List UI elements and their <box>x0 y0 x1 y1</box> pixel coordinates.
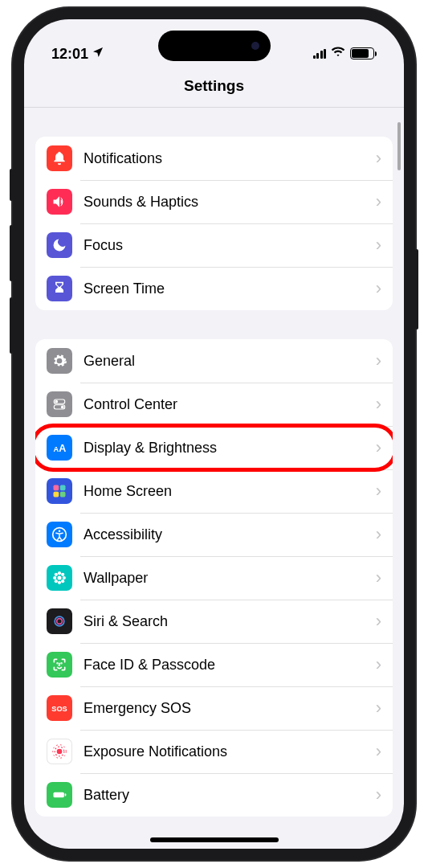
chevron-right-icon: › <box>376 654 381 675</box>
iphone-frame: 12:01 80 Settings Notifications›Sou <box>13 8 415 860</box>
accessibility-icon <box>47 522 72 547</box>
row-label: Home Screen <box>84 483 376 500</box>
side-button <box>10 169 13 201</box>
nav-header: Settings <box>24 64 404 108</box>
svg-rect-30 <box>54 792 64 798</box>
svg-point-15 <box>53 576 56 579</box>
chevron-right-icon: › <box>376 350 381 371</box>
chevron-right-icon: › <box>376 698 381 719</box>
home-indicator[interactable] <box>150 837 279 842</box>
page-title: Settings <box>184 77 244 95</box>
row-label: Focus <box>84 237 376 254</box>
hourglass-icon <box>47 276 72 301</box>
chevron-right-icon: › <box>376 784 381 805</box>
settings-row-accessibility[interactable]: Accessibility› <box>35 513 393 556</box>
chevron-right-icon: › <box>376 148 381 169</box>
status-time: 12:01 <box>51 46 88 63</box>
svg-rect-9 <box>60 492 66 497</box>
row-label: Accessibility <box>84 526 376 543</box>
side-button <box>415 249 418 330</box>
settings-row-notifications[interactable]: Notifications› <box>35 137 393 180</box>
bell-icon <box>47 145 72 171</box>
svg-point-12 <box>58 576 62 580</box>
chevron-right-icon: › <box>376 524 381 545</box>
chevron-right-icon: › <box>376 394 381 415</box>
location-arrow-icon <box>92 46 104 63</box>
row-label: Wallpaper <box>84 570 376 587</box>
chevron-right-icon: › <box>376 611 381 632</box>
battery-icon <box>47 782 72 808</box>
svg-point-3 <box>61 406 64 409</box>
row-label: Display & Brightness <box>84 440 376 457</box>
settings-row-screen-time[interactable]: Screen Time› <box>35 267 393 310</box>
row-label: Emergency SOS <box>84 700 376 717</box>
row-label: General <box>84 353 376 370</box>
settings-row-siri-search[interactable]: Siri & Search› <box>35 600 393 643</box>
settings-row-home-screen[interactable]: Home Screen› <box>35 469 393 513</box>
flower-icon <box>47 565 72 591</box>
svg-point-27 <box>57 749 63 755</box>
settings-row-face-id-passcode[interactable]: Face ID & Passcode› <box>35 643 393 686</box>
svg-rect-8 <box>54 492 59 497</box>
settings-row-sounds-haptics[interactable]: Sounds & Haptics› <box>35 180 393 223</box>
siri-icon <box>47 608 72 634</box>
settings-row-display-brightness[interactable]: AADisplay & Brightness› <box>35 426 393 469</box>
battery-indicator: 80 <box>350 47 377 59</box>
settings-group: General›Control Center›AADisplay & Brigh… <box>35 339 393 817</box>
settings-row-general[interactable]: General› <box>35 339 393 383</box>
gear-icon <box>47 348 72 374</box>
svg-point-19 <box>55 579 58 583</box>
scroll-indicator[interactable] <box>397 122 401 170</box>
svg-rect-6 <box>54 485 59 491</box>
svg-rect-31 <box>65 793 67 796</box>
chevron-right-icon: › <box>376 278 381 299</box>
chevron-right-icon: › <box>376 567 381 588</box>
wifi-icon <box>331 44 345 63</box>
svg-point-13 <box>58 571 61 575</box>
moon-icon <box>47 232 72 258</box>
svg-point-24 <box>57 663 58 664</box>
settings-group: Notifications›Sounds & Haptics›Focus›Scr… <box>35 137 393 310</box>
sos-icon: SOS <box>47 695 72 721</box>
row-label: Control Center <box>84 396 376 413</box>
chevron-right-icon: › <box>376 191 381 212</box>
svg-point-17 <box>55 573 58 576</box>
row-label: Notifications <box>84 150 376 167</box>
settings-row-emergency-sos[interactable]: SOSEmergency SOS› <box>35 686 393 730</box>
settings-row-battery[interactable]: Battery› <box>35 773 393 817</box>
chevron-right-icon: › <box>376 437 381 458</box>
side-button <box>10 225 13 281</box>
screen: 12:01 80 Settings Notifications›Sou <box>24 19 404 849</box>
chevron-right-icon: › <box>376 741 381 762</box>
settings-row-exposure-notifications[interactable]: Exposure Notifications› <box>35 730 393 773</box>
row-label: Sounds & Haptics <box>84 194 376 211</box>
settings-content[interactable]: Notifications›Sounds & Haptics›Focus›Scr… <box>24 108 404 849</box>
face-id-icon <box>47 652 72 678</box>
svg-point-18 <box>61 573 64 576</box>
side-button <box>10 297 13 354</box>
row-label: Screen Time <box>84 280 376 297</box>
svg-text:SOS: SOS <box>51 705 67 713</box>
svg-rect-7 <box>60 485 66 491</box>
toggles-icon <box>47 391 72 417</box>
exposure-icon <box>47 739 72 764</box>
svg-point-14 <box>58 581 61 584</box>
row-label: Battery <box>84 787 376 804</box>
svg-text:A: A <box>59 443 66 454</box>
svg-point-16 <box>63 576 66 579</box>
svg-point-25 <box>61 663 62 664</box>
battery-percent: 80 <box>357 49 367 59</box>
settings-row-control-center[interactable]: Control Center› <box>35 383 393 426</box>
settings-row-wallpaper[interactable]: Wallpaper› <box>35 556 393 600</box>
grid-icon <box>47 478 72 504</box>
row-label: Face ID & Passcode <box>84 657 376 674</box>
text-size-icon: AA <box>47 435 72 461</box>
row-label: Siri & Search <box>84 613 376 630</box>
chevron-right-icon: › <box>376 235 381 256</box>
svg-point-11 <box>59 530 61 533</box>
dynamic-island <box>158 31 271 61</box>
row-label: Exposure Notifications <box>84 743 376 760</box>
settings-row-focus[interactable]: Focus› <box>35 223 393 267</box>
cellular-signal-icon <box>313 49 327 59</box>
speaker-icon <box>47 189 72 215</box>
